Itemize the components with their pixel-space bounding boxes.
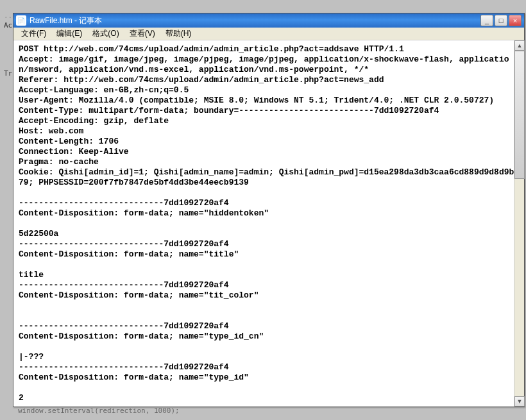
bottom-code-line: window.setInterval(redirection, 1000); <box>18 407 180 415</box>
notepad-window: 📄 RawFile.htm - 记事本 _ □ × 文件(F) 编辑(E) 格式… <box>13 13 525 407</box>
scroll-thumb[interactable] <box>514 51 525 179</box>
close-button[interactable]: × <box>509 15 522 26</box>
vertical-scrollbar[interactable]: ▲ ▼ <box>514 40 524 407</box>
menu-edit[interactable]: 编辑(E) <box>51 27 87 40</box>
minimize-button[interactable]: _ <box>480 15 493 26</box>
window-title: RawFile.htm - 记事本 <box>30 15 480 26</box>
scroll-down-button[interactable]: ▼ <box>514 396 525 407</box>
menubar: 文件(F) 编辑(E) 格式(O) 查看(V) 帮助(H) <box>13 28 524 40</box>
maximize-button[interactable]: □ <box>495 15 507 26</box>
titlebar[interactable]: 📄 RawFile.htm - 记事本 _ □ × <box>13 13 524 28</box>
menu-format[interactable]: 格式(O) <box>87 27 124 40</box>
menu-help[interactable]: 帮助(H) <box>160 27 197 40</box>
menu-view[interactable]: 查看(V) <box>124 27 160 40</box>
text-content[interactable]: POST http://web.com/74cms/upload/admin/a… <box>13 40 524 407</box>
menu-file[interactable]: 文件(F) <box>16 27 51 40</box>
scroll-up-button[interactable]: ▲ <box>514 40 525 51</box>
notepad-icon: 📄 <box>16 15 26 26</box>
